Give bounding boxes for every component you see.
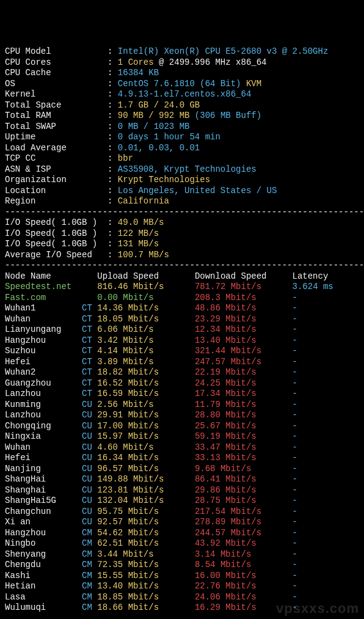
speedtest-header: Node Name Upload Speed Download Speed La… — [5, 271, 328, 281]
speedtest-row: Hangzhou CT 3.42 Mbit/s 13.40 Mbit/s - — [5, 335, 297, 345]
speedtest-row: Wulumuqi CM 18.66 Mbit/s 16.29 Mbit/s - — [5, 603, 297, 612]
speedtest-row: Lasa CM 18.85 Mbit/s 24.06 Mbit/s - — [5, 592, 297, 602]
speedtest-row: Wuhan CU 4.60 Mbit/s 33.47 Mbit/s - — [5, 442, 297, 452]
sysinfo-row: Organization : Krypt Technologies — [5, 175, 210, 185]
speedtest-row: Wuhan2 CT 18.82 Mbit/s 22.19 Mbit/s - — [5, 367, 297, 377]
sysinfo-row: Kernel : 4.9.13-1.el7.centos.x86_64 — [5, 89, 251, 99]
sysinfo-row: Location : Los Angeles, United States / … — [5, 186, 277, 196]
speedtest-row: Hangzhou CM 54.62 Mbit/s 244.57 Mbit/s - — [5, 528, 297, 538]
speedtest-row: ShangHai5G CU 132.04 Mbit/s 28.75 Mbit/s… — [5, 496, 297, 505]
speedtest-row: Chengdu CM 72.35 Mbit/s 8.54 Mbit/s - — [5, 560, 297, 570]
speedtest-row: Hetian CM 13.40 Mbit/s 22.76 Mbit/s - — [5, 581, 297, 591]
speedtest-row: Lanzhou CU 29.91 Mbit/s 28.80 Mbit/s - — [5, 410, 297, 420]
sysinfo-row: ASN & ISP : AS35908, Krypt Technologies — [5, 164, 257, 174]
speedtest-row: Ningxia CU 15.97 Mbit/s 59.19 Mbit/s - — [5, 431, 297, 441]
speedtest-row: Lianyungang CT 6.06 Mbit/s 12.34 Mbit/s … — [5, 324, 297, 334]
io-row: I/O Speed( 1.0GB ) : 122 MB/s — [5, 229, 159, 238]
speedtest-row: Ningbo CM 62.51 Mbit/s 43.92 Mbit/s - — [5, 538, 297, 548]
sysinfo-row: CPU Cache : 16384 KB — [5, 68, 159, 78]
speedtest-row: Kunming CU 2.56 Mbit/s 11.79 Mbit/s - — [5, 400, 297, 409]
speedtest-row: Wuhan1 CT 14.36 Mbit/s 48.86 Mbit/s - — [5, 303, 297, 313]
speedtest-row: Xi an CU 92.57 Mbit/s 278.89 Mbit/s - — [5, 517, 297, 527]
speedtest-row: Chongqing CU 17.00 Mbit/s 25.67 Mbit/s - — [5, 421, 297, 431]
sysinfo-row: Uptime : 0 days 1 hour 54 min — [5, 132, 220, 142]
speedtest-row: Suzhou CT 4.14 Mbit/s 321.44 Mbit/s - — [5, 346, 297, 356]
speedtest-row: Shanghai CU 123.81 Mbit/s 29.86 Mbit/s - — [5, 485, 297, 495]
speedtest-row: Wuhan CT 18.05 Mbit/s 23.29 Mbit/s - — [5, 314, 297, 324]
speedtest-row: Hefei CT 3.89 Mbit/s 247.57 Mbit/s - — [5, 357, 297, 367]
terminal-output: CPU Model : Intel(R) Xeon(R) CPU E5-2680… — [5, 46, 359, 614]
speedtest-row: Speedtest.net 816.46 Mbit/s 781.72 Mbit/… — [5, 282, 333, 291]
io-row: Average I/O Speed : 100.7 MB/s — [5, 250, 169, 260]
sysinfo-row: OS : CentOS 7.6.1810 (64 Bit) KVM — [5, 79, 261, 89]
sysinfo-row: CPU Cores : 1 Cores @ 2499.996 MHz x86_6… — [5, 57, 267, 67]
sysinfo-row: Total Space : 1.7 GB / 24.0 GB — [5, 100, 200, 110]
speedtest-row: Kashi CM 15.55 Mbit/s 16.00 Mbit/s - — [5, 571, 297, 581]
speedtest-row: Shenyang CM 3.44 Mbit/s 3.14 Mbit/s - — [5, 549, 297, 559]
sysinfo-row: TCP CC : bbr — [5, 153, 133, 163]
io-row: I/O Speed( 1.0GB ) : 49.0 MB/s — [5, 218, 164, 227]
speedtest-row: ShangHai CU 149.88 Mbit/s 86.41 Mbit/s - — [5, 474, 297, 484]
speedtest-row: Hefei CU 16.34 Mbit/s 33.13 Mbit/s - — [5, 453, 297, 463]
sysinfo-row: Region : California — [5, 196, 169, 206]
speedtest-row: Guangzhou CT 16.52 Mbit/s 24.25 Mbit/s - — [5, 378, 297, 388]
speedtest-row: Nanjing CU 96.57 Mbit/s 9.68 Mbit/s - — [5, 464, 297, 474]
sysinfo-row: Total SWAP : 0 MB / 1023 MB — [5, 122, 189, 131]
sysinfo-row: Total RAM : 90 MB / 992 MB (306 MB Buff) — [5, 111, 261, 120]
speedtest-row: Changchun CU 95.75 Mbit/s 217.54 Mbit/s … — [5, 507, 297, 516]
io-row: I/O Speed( 1.0GB ) : 131 MB/s — [5, 239, 159, 249]
speedtest-row: Lanzhou CT 16.59 Mbit/s 17.34 Mbit/s - — [5, 389, 297, 398]
sysinfo-row: Load Average : 0.01, 0.03, 0.01 — [5, 143, 200, 153]
speedtest-row: Fast.com 0.00 Mbit/s 208.3 Mbit/s - — [5, 293, 297, 302]
sysinfo-row: CPU Model : Intel(R) Xeon(R) CPU E5-2680… — [5, 46, 328, 56]
